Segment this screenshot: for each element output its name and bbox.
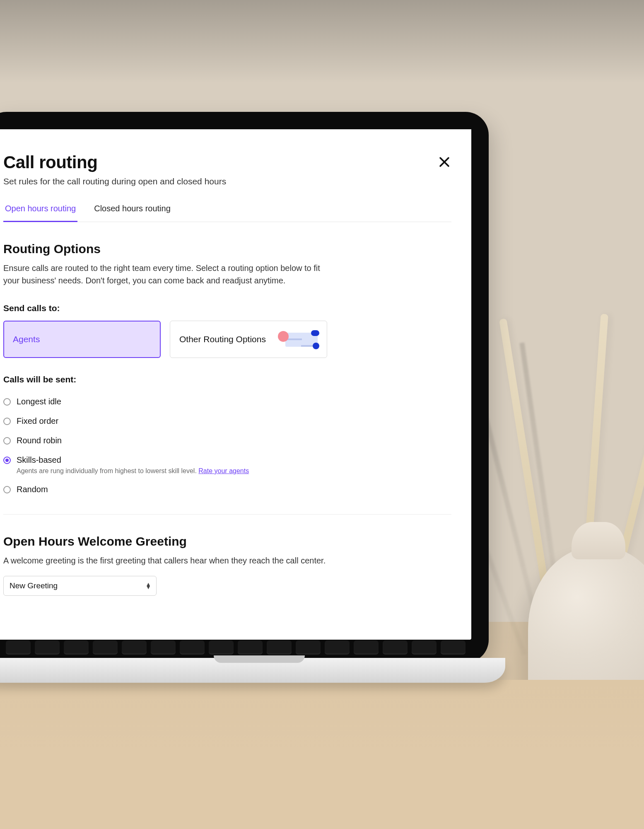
laptop-base bbox=[0, 658, 505, 683]
section-desc-routing: Ensure calls are routed to the right tea… bbox=[3, 262, 326, 287]
app-screen: Call routing Set rules for the call rout… bbox=[0, 129, 471, 640]
radio-icon-checked bbox=[3, 457, 11, 464]
send-calls-label: Send calls to: bbox=[3, 303, 451, 313]
radio-label: Longest idle bbox=[17, 397, 61, 406]
radio-icon bbox=[3, 398, 11, 406]
close-icon[interactable] bbox=[437, 155, 451, 169]
radio-hint: Agents are rung individually from highes… bbox=[17, 467, 249, 475]
greeting-select[interactable]: New Greeting ▲▼ bbox=[3, 576, 157, 596]
card-other-label: Other Routing Options bbox=[179, 334, 266, 344]
radio-label: Round robin bbox=[17, 436, 62, 445]
tabs-container: Open hours routing Closed hours routing bbox=[3, 204, 451, 222]
radio-icon bbox=[3, 486, 11, 493]
routing-cards: Agents Other Routing Options bbox=[3, 321, 451, 358]
distribution-options: Longest idle Fixed order Round robin Ski… bbox=[3, 392, 451, 499]
section-title-routing: Routing Options bbox=[3, 242, 451, 256]
greeting-select-value: New Greeting bbox=[10, 581, 58, 590]
radio-icon bbox=[3, 418, 11, 425]
radio-label: Random bbox=[17, 485, 48, 494]
page-title: Call routing bbox=[3, 152, 226, 172]
tab-closed-hours[interactable]: Closed hours routing bbox=[92, 204, 172, 222]
radio-round-robin[interactable]: Round robin bbox=[3, 431, 451, 450]
sort-icon: ▲▼ bbox=[145, 583, 151, 589]
distribution-label: Calls will be sent: bbox=[3, 375, 451, 384]
hint-text: Agents are rung individually from highes… bbox=[17, 467, 198, 474]
radio-icon bbox=[3, 437, 11, 445]
radio-label: Skills-based bbox=[17, 455, 61, 464]
routing-illustration bbox=[278, 330, 318, 348]
section-desc-greeting: A welcome greeting is the first greeting… bbox=[3, 554, 326, 567]
radio-skills-based[interactable]: Skills-based Agents are rung individuall… bbox=[3, 450, 451, 480]
radio-fixed-order[interactable]: Fixed order bbox=[3, 411, 451, 431]
radio-longest-idle[interactable]: Longest idle bbox=[3, 392, 451, 411]
tab-open-hours[interactable]: Open hours routing bbox=[3, 204, 77, 222]
rate-agents-link[interactable]: Rate your agents bbox=[198, 467, 249, 474]
desk-surface bbox=[0, 680, 644, 829]
page-subtitle: Set rules for the call routing during op… bbox=[3, 176, 226, 186]
card-agents-label: Agents bbox=[13, 334, 40, 344]
card-agents[interactable]: Agents bbox=[3, 321, 161, 358]
radio-random[interactable]: Random bbox=[3, 480, 451, 499]
section-divider bbox=[3, 514, 451, 515]
section-title-greeting: Open Hours Welcome Greeting bbox=[3, 534, 451, 549]
radio-label: Fixed order bbox=[17, 416, 58, 425]
card-other-routing[interactable]: Other Routing Options bbox=[170, 321, 327, 358]
